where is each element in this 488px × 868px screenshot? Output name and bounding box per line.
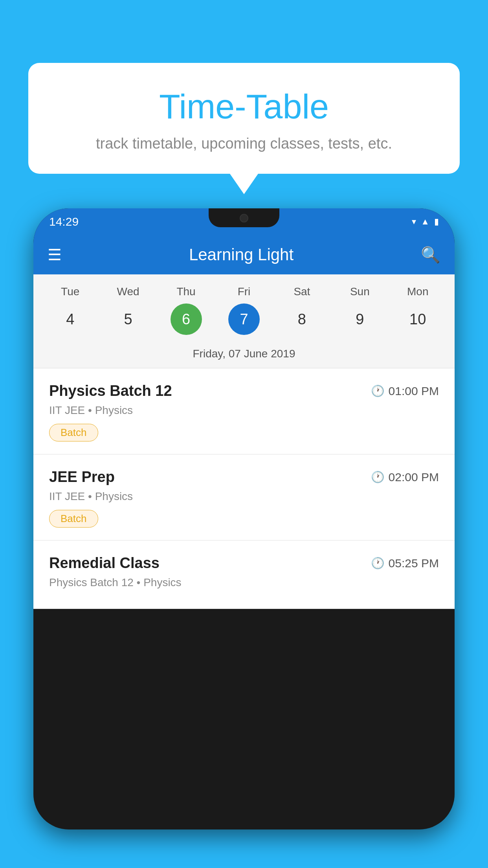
selected-date-label: Friday, 07 June 2019 [33, 343, 455, 368]
clock-icon-1: 🕐 [371, 384, 385, 397]
app-bar: ☰ Learning Light 🔍 [33, 235, 455, 274]
dates-row: 4 5 6 7 8 9 10 [33, 303, 455, 343]
class-time-2: 🕐 02:00 PM [371, 471, 439, 484]
app-title: Learning Light [73, 245, 409, 264]
day-tue: Tue [55, 285, 86, 298]
class-item-1-top: Physics Batch 12 🕐 01:00 PM [49, 383, 439, 399]
class-subtitle-2: IIT JEE • Physics [49, 490, 439, 503]
phone-mockup: 14:29 ▾ ▲ ▮ ☰ Learning Light 🔍 Tue Wed T… [33, 208, 455, 868]
days-header: Tue Wed Thu Fri Sat Sun Mon [33, 285, 455, 298]
phone-notch [209, 208, 279, 227]
battery-icon: ▮ [434, 217, 439, 227]
class-time-3: 🕐 05:25 PM [371, 557, 439, 570]
class-subtitle-3: Physics Batch 12 • Physics [49, 576, 439, 589]
day-sun: Sun [344, 285, 376, 298]
day-mon: Mon [402, 285, 433, 298]
class-name-3: Remedial Class [49, 555, 160, 572]
calendar-strip: Tue Wed Thu Fri Sat Sun Mon 4 5 6 7 8 9 … [33, 274, 455, 368]
class-subtitle-1: IIT JEE • Physics [49, 404, 439, 417]
phone-screen: 14:29 ▾ ▲ ▮ ☰ Learning Light 🔍 Tue Wed T… [33, 208, 455, 829]
class-item-2[interactable]: JEE Prep 🕐 02:00 PM IIT JEE • Physics Ba… [33, 454, 455, 541]
class-item-2-top: JEE Prep 🕐 02:00 PM [49, 469, 439, 485]
hamburger-icon[interactable]: ☰ [48, 246, 62, 264]
class-item-3-top: Remedial Class 🕐 05:25 PM [49, 555, 439, 572]
clock-icon-2: 🕐 [371, 471, 385, 484]
speech-bubble-box: Time-Table track timetable, upcoming cla… [28, 63, 460, 174]
signal-icon: ▲ [421, 217, 429, 227]
class-name-2: JEE Prep [49, 469, 115, 485]
date-8[interactable]: 8 [286, 303, 317, 335]
main-subtitle: track timetable, upcoming classes, tests… [60, 135, 428, 152]
date-4[interactable]: 4 [55, 303, 86, 335]
class-item-1[interactable]: Physics Batch 12 🕐 01:00 PM IIT JEE • Ph… [33, 368, 455, 454]
phone-frame: 14:29 ▾ ▲ ▮ ☰ Learning Light 🔍 Tue Wed T… [33, 208, 455, 829]
date-10[interactable]: 10 [402, 303, 433, 335]
clock-icon-3: 🕐 [371, 557, 385, 570]
date-5[interactable]: 5 [112, 303, 144, 335]
date-6[interactable]: 6 [171, 303, 202, 335]
day-fri: Fri [228, 285, 260, 298]
class-time-1: 🕐 01:00 PM [371, 384, 439, 398]
class-name-1: Physics Batch 12 [49, 383, 172, 399]
day-thu: Thu [171, 285, 202, 298]
classes-list: Physics Batch 12 🕐 01:00 PM IIT JEE • Ph… [33, 368, 455, 609]
main-title: Time-Table [60, 86, 428, 127]
day-sat: Sat [286, 285, 317, 298]
wifi-icon: ▾ [412, 217, 416, 227]
batch-badge-1: Batch [49, 424, 98, 441]
status-time: 14:29 [49, 215, 79, 228]
search-icon[interactable]: 🔍 [421, 246, 440, 264]
speech-bubble: Time-Table track timetable, upcoming cla… [28, 63, 460, 174]
day-wed: Wed [112, 285, 144, 298]
batch-badge-2: Batch [49, 510, 98, 528]
date-9[interactable]: 9 [344, 303, 376, 335]
date-7[interactable]: 7 [228, 303, 260, 335]
status-icons: ▾ ▲ ▮ [412, 217, 439, 227]
phone-camera [240, 214, 248, 223]
class-item-3[interactable]: Remedial Class 🕐 05:25 PM Physics Batch … [33, 541, 455, 609]
